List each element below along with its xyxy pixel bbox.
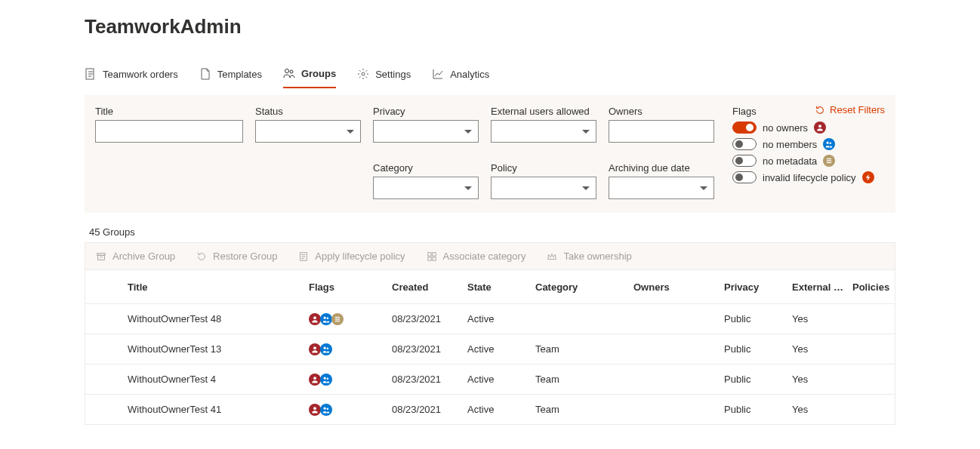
- flag-name: no owners: [763, 122, 808, 134]
- col-external[interactable]: External …: [787, 281, 848, 293]
- tab-analytics[interactable]: Analytics: [432, 61, 489, 88]
- cell-created: 08/23/2021: [387, 313, 463, 324]
- cmd-label: Take ownership: [563, 251, 631, 262]
- svg-rect-14: [432, 252, 435, 255]
- filter-external-select[interactable]: [491, 120, 596, 143]
- tab-label: Templates: [217, 69, 262, 80]
- flag-toggle[interactable]: [732, 121, 757, 134]
- filter-category-select[interactable]: [373, 177, 479, 199]
- archive-icon: [96, 251, 106, 262]
- filter-external-label: External users allowed: [491, 106, 596, 117]
- cmd-label: Associate category: [443, 251, 526, 262]
- filter-archiving-select[interactable]: [609, 177, 714, 199]
- filter-privacy-label: Privacy: [373, 106, 479, 117]
- cell-category: Team: [531, 374, 629, 385]
- filter-owners-label: Owners: [609, 106, 714, 117]
- cmd-apply-policy[interactable]: Apply lifecycle policy: [298, 251, 405, 262]
- cell-created: 08/23/2021: [387, 343, 463, 355]
- cmd-label: Restore Group: [213, 251, 277, 262]
- cell-external: Yes: [787, 313, 848, 324]
- cell-state: Active: [463, 343, 531, 355]
- flag-toggle[interactable]: [732, 155, 757, 167]
- filter-status-select[interactable]: [255, 120, 361, 143]
- table-row[interactable]: WithoutOwnerTest 408/23/2021ActiveTeamPu…: [85, 364, 895, 394]
- filter-category-label: Category: [373, 162, 479, 174]
- filter-status-label: Status: [255, 106, 361, 117]
- svg-point-25: [327, 347, 329, 349]
- flag-badge-icon: [862, 171, 874, 183]
- col-privacy[interactable]: Privacy: [720, 281, 787, 293]
- tab-teamwork-orders[interactable]: Teamwork orders: [85, 61, 178, 88]
- reset-label: Reset Filters: [830, 104, 885, 115]
- cell-state: Active: [463, 404, 531, 415]
- svg-point-27: [324, 377, 326, 379]
- col-owners[interactable]: Owners: [629, 281, 720, 293]
- svg-point-5: [827, 142, 829, 144]
- tab-label: Teamwork orders: [103, 69, 178, 80]
- policy-icon: [298, 251, 309, 262]
- svg-point-17: [313, 316, 316, 319]
- flag-name: no members: [763, 139, 817, 150]
- filter-title-input[interactable]: [95, 120, 243, 143]
- svg-rect-20: [335, 316, 340, 317]
- tab-templates[interactable]: Templates: [199, 61, 262, 88]
- flag-name: invalid lifecycle policy: [763, 172, 856, 183]
- filter-policy-label: Policy: [491, 162, 596, 174]
- flag-badge-icon: [309, 343, 321, 355]
- gear-icon: [357, 68, 369, 80]
- cell-external: Yes: [787, 343, 848, 355]
- flag-badge-icon: [320, 404, 332, 416]
- table-row[interactable]: WithoutOwnerTest 4108/23/2021ActiveTeamP…: [85, 394, 895, 424]
- svg-point-3: [362, 72, 365, 75]
- table-row[interactable]: WithoutOwnerTest 1308/23/2021ActiveTeamP…: [85, 334, 895, 364]
- col-created[interactable]: Created: [387, 281, 463, 293]
- svg-point-1: [285, 69, 288, 73]
- cell-state: Active: [463, 374, 531, 385]
- cmd-label: Archive Group: [112, 251, 175, 262]
- col-title[interactable]: Title: [123, 281, 304, 293]
- svg-rect-16: [432, 257, 435, 260]
- tab-groups[interactable]: Groups: [283, 61, 336, 88]
- svg-point-26: [313, 377, 316, 380]
- cell-title: WithoutOwnerTest 48: [123, 313, 304, 324]
- filter-privacy-select[interactable]: [373, 120, 479, 143]
- col-flags[interactable]: Flags: [304, 281, 387, 293]
- svg-point-29: [313, 407, 316, 410]
- flag-toggle-row: invalid lifecycle policy: [732, 171, 874, 183]
- svg-point-28: [327, 377, 329, 380]
- col-category[interactable]: Category: [531, 281, 629, 293]
- people-icon: [283, 67, 295, 79]
- cmd-restore-group[interactable]: Restore Group: [196, 251, 277, 262]
- flag-badge-icon: [309, 374, 321, 386]
- tab-label: Settings: [375, 69, 411, 80]
- cell-privacy: Public: [720, 374, 787, 385]
- group-count: 45 Groups: [89, 226, 895, 238]
- cmd-associate-category[interactable]: Associate category: [427, 251, 526, 262]
- svg-point-24: [324, 346, 326, 349]
- table-row[interactable]: WithoutOwnerTest 4808/23/2021ActivePubli…: [85, 303, 895, 334]
- cmd-take-ownership[interactable]: Take ownership: [547, 251, 631, 262]
- svg-rect-15: [427, 257, 430, 260]
- flag-toggle[interactable]: [732, 138, 757, 150]
- flag-name: no metadata: [763, 155, 817, 167]
- col-state[interactable]: State: [463, 281, 531, 293]
- groups-table: Title Flags Created State Category Owner…: [85, 269, 895, 425]
- cell-category: Team: [531, 404, 629, 415]
- cmd-archive-group[interactable]: Archive Group: [96, 251, 175, 262]
- flag-toggle[interactable]: [732, 171, 757, 183]
- reset-filters-button[interactable]: Reset Filters: [815, 104, 885, 115]
- col-policies[interactable]: Policies: [848, 281, 899, 293]
- filter-owners-input[interactable]: [609, 120, 714, 143]
- filter-panel: Title Status Privacy External users allo…: [85, 95, 895, 213]
- category-icon: [427, 251, 437, 262]
- tab-settings[interactable]: Settings: [357, 61, 411, 88]
- svg-point-2: [290, 70, 293, 73]
- cell-flags: [304, 343, 387, 355]
- cell-flags: [304, 313, 387, 325]
- tab-label: Groups: [301, 68, 336, 79]
- filter-policy-select[interactable]: [491, 177, 596, 199]
- flags-column: Flags no ownersno membersno metadatainva…: [732, 106, 874, 199]
- flag-badge-icon: [331, 313, 344, 325]
- cell-privacy: Public: [720, 404, 787, 415]
- cell-privacy: Public: [720, 343, 787, 355]
